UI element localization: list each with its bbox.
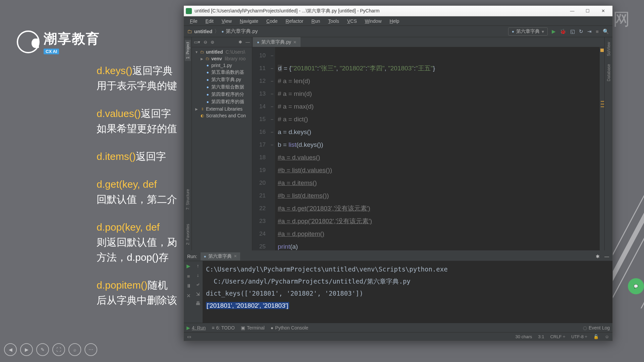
status-left-icon[interactable]: ▭ (187, 334, 191, 339)
python-console-tab[interactable]: ● Python Console (271, 325, 308, 330)
tree-row[interactable]: ●第六章字典.py (192, 76, 252, 83)
more-button[interactable]: ⋯ (85, 343, 97, 356)
editor-area: ● 第六章字典.py ✕ 101112131415161718192021222… (252, 37, 604, 250)
maximize-button[interactable]: ☐ (580, 7, 595, 15)
collapse-icon[interactable]: ⊖ (204, 40, 207, 45)
status-encoding[interactable]: UTF-8 ÷ (571, 334, 587, 339)
run-hide-icon[interactable]: — (604, 254, 609, 259)
terminal-tool-tab[interactable]: ▣ Terminal (241, 325, 265, 330)
status-hector-icon[interactable]: ☺ (605, 334, 609, 339)
structure-tool-tab[interactable]: 7: Structure (185, 187, 191, 212)
wrap-icon[interactable]: ⤶ (196, 282, 200, 287)
menu-tools[interactable]: Tools (325, 17, 342, 25)
ruler-mark[interactable] (601, 104, 604, 105)
python-file-icon: ● (221, 29, 224, 34)
breadcrumb[interactable]: 🗀 untitled 〉 ● 第六章字典.py (187, 28, 258, 35)
tree-row[interactable]: ●第五章函数的基 (192, 69, 252, 76)
main-area: 1: Project 7: Structure 2: Favorites ▭▾ … (184, 37, 612, 250)
menu-view[interactable]: View (218, 17, 235, 25)
tree-row[interactable]: ▶🗀venvlibrary roo (192, 55, 252, 62)
tree-row[interactable]: ▶⫴External Libraries (192, 106, 252, 112)
status-eol[interactable]: CRLF ÷ (550, 334, 565, 339)
attach-icon[interactable]: ⇥ (587, 28, 592, 35)
player-controls: ◀ ▶ ✎ ⛶ ⌕ ⋯ (4, 343, 97, 356)
code-content[interactable]: d = {"201801":"张三", "201802":"李四", "2018… (275, 47, 600, 250)
menu-run[interactable]: Run (308, 17, 324, 25)
logo: 潮享教育 CX AI (17, 29, 100, 54)
menu-file[interactable]: File (186, 17, 201, 25)
code-editor[interactable]: 10111213141516171819202122232425 –––––––… (252, 47, 604, 250)
project-tree[interactable]: ▼🗀untitledC:\Users\▶🗀venvlibrary roo●pri… (192, 47, 252, 250)
project-view-icon[interactable]: ▭▾ (194, 40, 200, 45)
menu-edit[interactable]: Edit (202, 17, 217, 25)
editor-tab[interactable]: ● 第六章字典.py ✕ (253, 37, 301, 47)
logo-icon (17, 31, 40, 53)
logo-badge: CX AI (44, 49, 59, 54)
menu-window[interactable]: Window (362, 17, 385, 25)
hide-icon[interactable]: — (246, 40, 250, 45)
ruler-mark[interactable] (601, 101, 604, 102)
status-readonly-icon[interactable]: 🔓 (593, 334, 599, 339)
float-chat-button[interactable]: 💬 (628, 278, 644, 294)
menu-help[interactable]: Help (386, 17, 403, 25)
run-icon[interactable]: ▶ (552, 28, 556, 35)
stop-icon[interactable]: ■ (596, 28, 599, 34)
run-label: Run: (187, 254, 197, 259)
tree-row[interactable]: ●第四章程序的分 (192, 91, 252, 98)
tree-row[interactable]: ▼🗀untitledC:\Users\ (192, 49, 252, 55)
tree-row[interactable]: ●第四章程序的循 (192, 98, 252, 106)
target-icon[interactable]: ⊚ (211, 40, 214, 45)
minimize-button[interactable]: — (565, 7, 580, 15)
profile-icon[interactable]: ↻ (579, 28, 583, 35)
menu-code[interactable]: Code (263, 17, 281, 25)
prev-button[interactable]: ◀ (4, 343, 17, 356)
bottom-tool-tabs: ▶4: Run ≡ 6: TODO ▣ Terminal ● Python Co… (184, 323, 612, 332)
up-icon[interactable]: ↑ (197, 263, 199, 268)
editor-tabs: ● 第六章字典.py ✕ (252, 37, 604, 47)
tree-row[interactable]: ●第六章组合数据 (192, 83, 252, 91)
menu-refactor[interactable]: Refactor (282, 17, 307, 25)
tree-row[interactable]: ●print_1.py (192, 62, 252, 69)
coverage-icon[interactable]: ◱ (570, 28, 575, 35)
scroll-icon[interactable]: ⇲ (196, 291, 200, 297)
rerun-icon[interactable]: ▶ (186, 263, 191, 269)
ruler-mark[interactable] (601, 106, 604, 107)
zoom-button[interactable]: ⌕ (68, 343, 81, 356)
debug-icon[interactable]: 🐞 (560, 28, 566, 35)
close-button[interactable]: ✕ (596, 7, 610, 15)
project-tool-tab[interactable]: 1: Project (185, 40, 191, 61)
close-tab-icon[interactable]: ✕ (293, 40, 297, 45)
todo-tool-tab[interactable]: ≡ 6: TODO (212, 325, 235, 330)
settings-icon[interactable]: ✱ (238, 40, 242, 45)
pycharm-window: untitled [C:\Users\andyl\PycharmProjects… (183, 5, 613, 341)
print-icon[interactable]: 🖶 (196, 301, 200, 306)
left-tool-tabs: 1: Project 7: Structure 2: Favorites (184, 37, 192, 250)
navigation-bar: 🗀 untitled 〉 ● 第六章字典.py ●第六章字典▾ ▶ 🐞 ◱ ↻ … (184, 26, 612, 37)
tree-row[interactable]: ◐Scratches and Con (192, 112, 252, 119)
favorites-tool-tab[interactable]: 2: Favorites (185, 222, 191, 247)
menu-vcs[interactable]: VCS (344, 17, 360, 25)
search-icon[interactable]: 🔍 (603, 28, 609, 35)
event-log-tab[interactable]: ◌ Event Log (583, 325, 610, 330)
exit-icon[interactable]: ⤫ (186, 293, 191, 299)
edit-button[interactable]: ✎ (36, 343, 49, 356)
run-tab[interactable]: ●第六章字典✕ (201, 252, 240, 260)
down-icon[interactable]: ↓ (197, 273, 199, 278)
run-tool-tab[interactable]: ▶4: Run (186, 325, 206, 330)
crop-button[interactable]: ⛶ (52, 343, 65, 356)
titlebar[interactable]: untitled [C:\Users\andyl\PycharmProjects… (184, 6, 612, 16)
pause-icon[interactable]: ⏸ (186, 283, 191, 289)
status-position[interactable]: 3:1 (538, 334, 544, 339)
run-config-selector[interactable]: ●第六章字典▾ (508, 27, 548, 36)
python-file-icon: ● (257, 40, 259, 45)
folder-icon: 🗀 (187, 28, 192, 34)
editor-ruler[interactable] (600, 47, 604, 250)
stop-run-icon[interactable]: ■ (187, 273, 190, 279)
next-button[interactable]: ▶ (20, 343, 33, 356)
run-settings-icon[interactable]: ✱ (596, 254, 600, 259)
inspection-indicator[interactable] (600, 49, 604, 52)
menu-navigate[interactable]: Navigate (236, 17, 262, 25)
sciview-tool-tab[interactable]: SciView (606, 40, 612, 58)
run-output[interactable]: C:\Users\andyl\PycharmProjects\untitled\… (203, 261, 612, 323)
database-tool-tab[interactable]: Database (606, 62, 612, 83)
